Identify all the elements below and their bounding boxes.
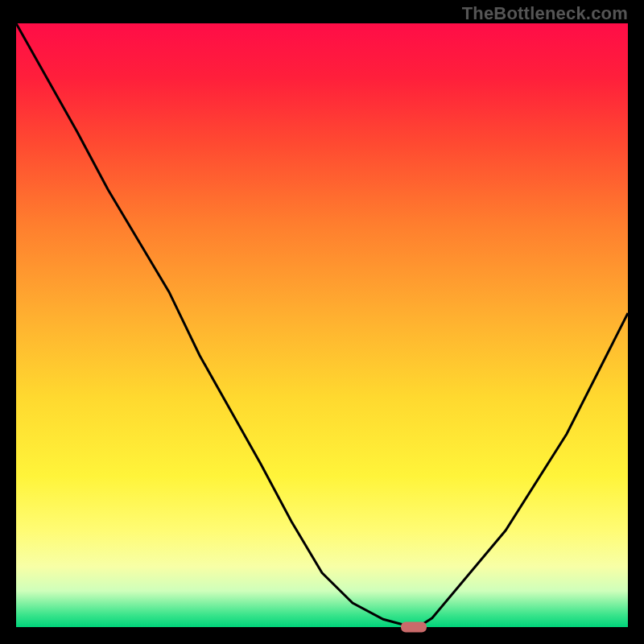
bottleneck-curve <box>16 23 628 626</box>
watermark-text: TheBottleneck.com <box>462 3 628 24</box>
curve-layer <box>16 23 628 627</box>
chart-frame: TheBottleneck.com <box>0 0 644 644</box>
plot-area <box>16 23 628 627</box>
optimal-point-marker <box>401 622 427 633</box>
